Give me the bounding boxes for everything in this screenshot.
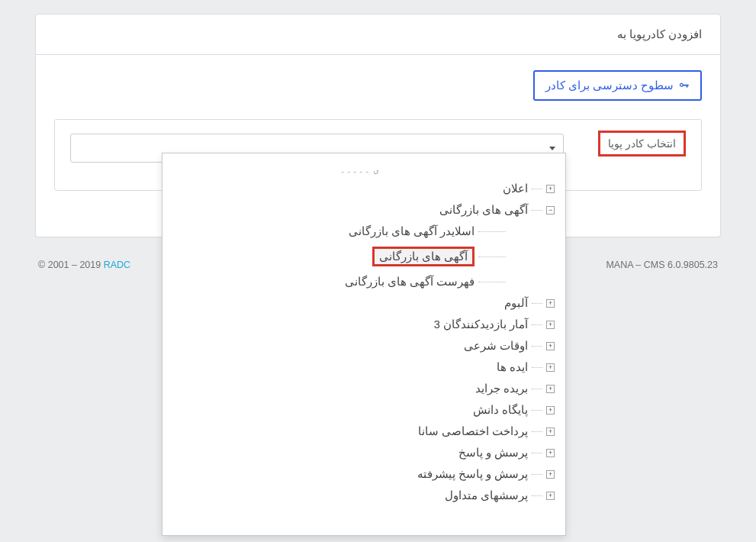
tree-item[interactable]: +پرسشهای متداول (167, 485, 558, 506)
field-label: انتخاب کادر پویا (608, 137, 676, 150)
tree-connector (532, 367, 542, 368)
expand-icon[interactable]: + (546, 299, 555, 308)
tree-item-label: آگهی های بازرگانی (439, 204, 528, 216)
collapse-icon[interactable]: − (546, 206, 555, 215)
tree-item-label: پرسشهای متداول (445, 489, 528, 502)
tree-connector (532, 210, 542, 211)
tree-item[interactable]: +آمار بازدیدکنندگان 3 (167, 314, 558, 335)
tree-connector (532, 346, 542, 347)
tree-item[interactable]: +اوقات شرعی (167, 335, 558, 356)
tree-scroll[interactable]: ی ۔۔۔۔۔ +اعلان−آگهی های بازرگانیاسلایدر … (162, 153, 565, 535)
tree-connector (532, 303, 542, 304)
tree-connector (532, 389, 542, 389)
tree-dropdown: ی ۔۔۔۔۔ +اعلان−آگهی های بازرگانیاسلایدر … (162, 153, 566, 536)
tree-item[interactable]: +بریده جراید (167, 378, 558, 399)
tree-item[interactable]: −آگهی های بازرگانی (167, 199, 558, 221)
expand-icon[interactable]: + (546, 470, 555, 479)
tree-item[interactable]: +آلبوم (167, 292, 558, 314)
tree-item[interactable]: +اعلان (167, 178, 558, 199)
caret-down-icon (549, 147, 555, 150)
tree-item-label: بریده جراید (475, 382, 528, 395)
tree-item[interactable]: +پایگاه دانش (167, 399, 558, 421)
tree-connector (532, 324, 542, 325)
tree-connector (532, 474, 542, 475)
tree-connector (478, 282, 506, 282)
key-icon (678, 80, 690, 92)
tree-item[interactable]: +پرسش و پاسخ (167, 442, 558, 463)
tree-item-label: آگهی های بازرگانی (372, 247, 475, 266)
page-title: افزودن کادرپویا به (617, 28, 702, 40)
field-label-highlight: انتخاب کادر پویا (598, 131, 686, 156)
expand-icon[interactable]: + (546, 342, 555, 350)
tree-connector (478, 231, 506, 232)
tree-item-label: پرسش و پاسخ پیشرفته (417, 468, 528, 480)
footer-version: MANA – CMS 6.0.9805.23 (606, 260, 718, 270)
tree-item-label: اوقات شرعی (464, 340, 528, 352)
tree-item-label: اعلان (503, 182, 528, 195)
tree-item-label: فهرست آگهی های بازرگانی (345, 276, 475, 288)
tree-item-label: ایده ها (497, 361, 528, 373)
tree: ی ۔۔۔۔۔ +اعلان−آگهی های بازرگانیاسلایدر … (162, 153, 565, 512)
tree-item[interactable]: +ایده ها (167, 356, 558, 378)
tree-item-label: آلبوم (504, 297, 528, 309)
tree-connector (532, 410, 542, 411)
expand-icon[interactable]: + (546, 385, 555, 393)
expand-icon[interactable]: + (546, 321, 555, 329)
tree-connector (532, 431, 542, 432)
tree-connector (532, 495, 542, 496)
tree-item[interactable]: اسلایدر آگهی های بازرگانی (167, 221, 558, 242)
tree-item-label: اسلایدر آگهی های بازرگانی (349, 225, 475, 237)
tree-connector (532, 189, 542, 189)
tree-item-label: پایگاه دانش (473, 404, 528, 416)
footer-copyright: © 2001 – 2019 RADC (38, 260, 130, 270)
access-levels-button[interactable]: سطوح دسترسی برای کادر (533, 70, 702, 101)
expand-icon[interactable]: + (546, 449, 555, 457)
expand-icon[interactable]: + (546, 185, 555, 193)
tree-item-label: پرداخت اختصاصی سانا (418, 425, 528, 437)
tree-item[interactable]: +پرسش و پاسخ پیشرفته (167, 463, 558, 485)
tree-connector (478, 256, 506, 257)
card-header: افزودن کادرپویا به (36, 15, 720, 55)
tree-connector (532, 453, 542, 453)
tree-item-label: پرسش و پاسخ (458, 447, 528, 459)
expand-icon[interactable]: + (546, 363, 555, 372)
expand-icon[interactable]: + (546, 406, 555, 415)
footer-link[interactable]: RADC (104, 260, 130, 270)
expand-icon[interactable]: + (546, 427, 555, 436)
tree-item[interactable]: فهرست آگهی های بازرگانی (167, 271, 558, 292)
expand-icon[interactable]: + (546, 492, 555, 500)
tree-item-label: آمار بازدیدکنندگان 3 (434, 318, 528, 331)
tree-item[interactable]: +پرداخت اختصاصی سانا (167, 421, 558, 442)
access-levels-label: سطوح دسترسی برای کادر (545, 79, 674, 92)
tree-truncated-top: ی ۔۔۔۔۔ (167, 160, 558, 178)
tree-item[interactable]: آگهی های بازرگانی (167, 242, 558, 271)
